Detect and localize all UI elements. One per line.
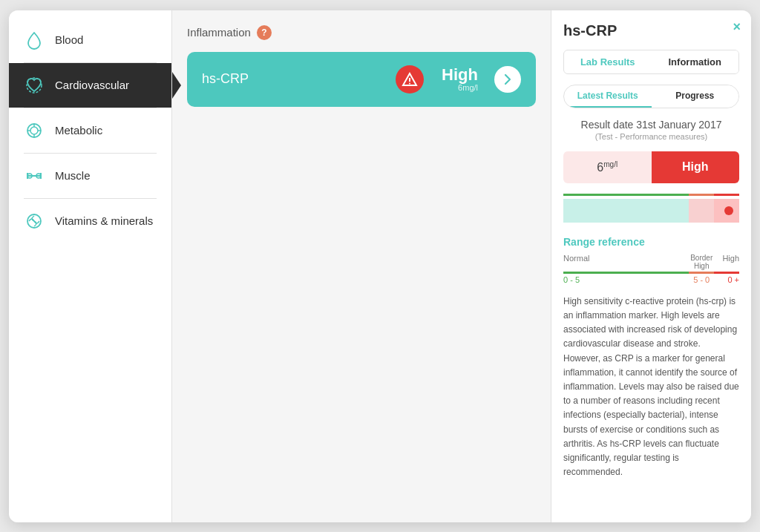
- range-lines: [563, 194, 739, 196]
- value-number: 6: [597, 161, 603, 174]
- test-card-unit: 6mg/l: [458, 83, 478, 92]
- close-button[interactable]: ×: [733, 19, 741, 35]
- section-title: Inflammation: [187, 26, 251, 39]
- status-box: High: [652, 151, 740, 183]
- sub-tab-latest[interactable]: Latest Results: [564, 85, 652, 108]
- range-bar-container: [563, 194, 739, 223]
- sub-tab-progress[interactable]: Progress: [652, 85, 739, 108]
- test-card[interactable]: hs-CRP High 6mg/l: [187, 52, 536, 107]
- range-labels-row: Normal BorderHigh High: [563, 254, 739, 270]
- svg-point-2: [30, 127, 38, 134]
- range-dot: [724, 206, 733, 215]
- cardiovascular-icon: [24, 75, 45, 96]
- test-card-name: hs-CRP: [202, 71, 385, 87]
- tab-information[interactable]: Information: [652, 50, 739, 73]
- blood-icon: [24, 30, 45, 50]
- vitamins-icon: [24, 211, 45, 231]
- sidebar-item-blood[interactable]: Blood: [9, 18, 171, 62]
- description-text: High sensitivity c-reactive protein (hs-…: [563, 295, 739, 479]
- app-container: Blood Cardiovascular: [9, 10, 751, 522]
- tab-lab-results[interactable]: Lab Results: [564, 50, 652, 73]
- range-bar: [563, 199, 739, 223]
- middle-panel: Inflammation ? hs-CRP High 6mg/l: [172, 10, 551, 522]
- range-high: [714, 199, 739, 223]
- test-card-arrow[interactable]: [494, 66, 521, 93]
- right-panel: × hs-CRP Lab Results Information Latest …: [551, 10, 751, 522]
- value-unit: mg/l: [603, 160, 618, 168]
- value-normal: 0 - 5: [563, 275, 689, 284]
- range-reference-title: Range reference: [563, 236, 739, 248]
- value-box: 6mg/l: [563, 151, 652, 183]
- range-values-row: 0 - 5 5 - 0 0 +: [563, 275, 739, 284]
- line-normal: [563, 194, 689, 196]
- alert-icon: [396, 65, 424, 93]
- sidebar-item-vitamins[interactable]: Vitamins & minerals: [9, 199, 171, 243]
- section-header: Inflammation ?: [187, 25, 536, 40]
- result-date: Result date 31st January 2017: [563, 119, 739, 131]
- info-badge[interactable]: ?: [257, 25, 272, 40]
- sidebar-label-vitamins: Vitamins & minerals: [55, 214, 153, 227]
- sub-tab-row: Latest Results Progress: [563, 85, 739, 108]
- range-normal: [563, 199, 689, 223]
- panel-title: hs-CRP: [563, 22, 739, 39]
- sidebar-label-blood: Blood: [55, 33, 83, 46]
- result-sub: (Test - Performance measures): [563, 132, 739, 141]
- sidebar-label-muscle: Muscle: [55, 169, 91, 182]
- metabolic-icon: [24, 120, 45, 141]
- line-border: [689, 194, 714, 196]
- line-high: [714, 194, 739, 196]
- sidebar-item-metabolic[interactable]: Metabolic: [9, 108, 171, 153]
- label-high: High: [714, 254, 739, 270]
- muscle-icon: [24, 165, 45, 186]
- sidebar-label-cardiovascular: Cardiovascular: [55, 79, 129, 91]
- range-reference-lines: [563, 272, 739, 274]
- label-border-high: BorderHigh: [689, 254, 714, 270]
- ref-line-high: [714, 272, 739, 274]
- sidebar-item-cardiovascular[interactable]: Cardiovascular: [9, 63, 171, 108]
- value-high: 0 +: [714, 275, 739, 284]
- label-normal: Normal: [563, 254, 689, 270]
- test-card-status-area: High 6mg/l: [442, 67, 478, 92]
- test-card-status: High: [442, 67, 478, 83]
- value-status-row: 6mg/l High: [563, 151, 739, 183]
- range-border: [689, 199, 714, 223]
- value-border: 5 - 0: [689, 275, 714, 284]
- sidebar-item-muscle[interactable]: Muscle: [9, 154, 171, 198]
- ref-line-border: [689, 272, 714, 274]
- ref-line-normal: [563, 272, 689, 274]
- svg-point-15: [409, 82, 410, 84]
- sidebar: Blood Cardiovascular: [9, 10, 172, 522]
- main-tab-row: Lab Results Information: [563, 50, 739, 74]
- sidebar-label-metabolic: Metabolic: [55, 124, 102, 137]
